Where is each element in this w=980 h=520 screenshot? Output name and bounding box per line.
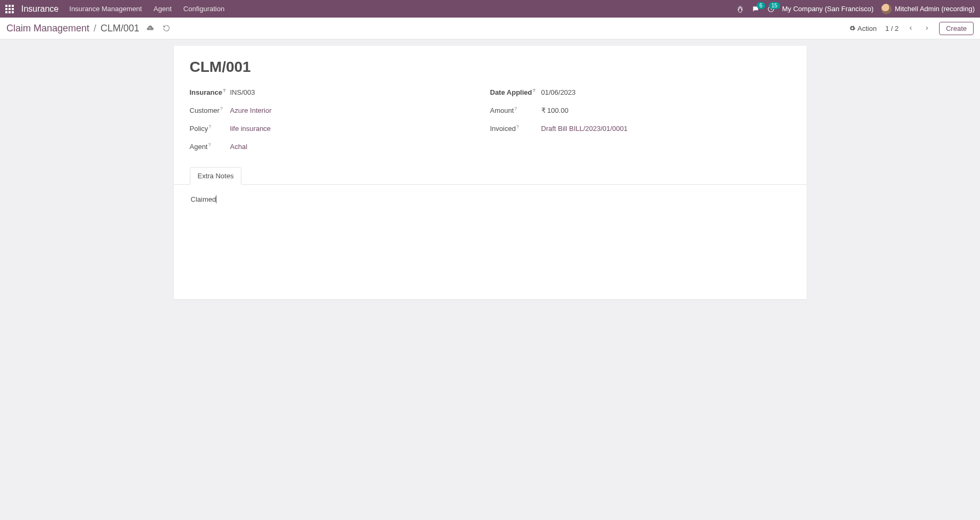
value-customer[interactable]: Azure Interior bbox=[230, 106, 272, 114]
value-insurance[interactable]: INS/003 bbox=[230, 88, 255, 96]
messages-icon[interactable]: 6 bbox=[751, 5, 760, 13]
label-agent: Agent? bbox=[190, 142, 230, 151]
label-insurance: Insurance? bbox=[190, 88, 230, 96]
fields-right: Date Applied? 01/06/2023 Amount? ₹ 100.0… bbox=[490, 85, 791, 158]
nav-item-agent[interactable]: Agent bbox=[154, 5, 172, 13]
value-policy[interactable]: life insurance bbox=[230, 125, 271, 133]
label-invoiced: Invoiced? bbox=[490, 124, 541, 133]
notes-text: Claimed bbox=[191, 195, 217, 203]
discard-icon[interactable] bbox=[161, 24, 172, 32]
nav-item-insurance-management[interactable]: Insurance Management bbox=[69, 5, 142, 13]
activities-icon[interactable]: 15 bbox=[767, 5, 775, 13]
tab-extra-notes[interactable]: Extra Notes bbox=[190, 167, 242, 185]
nav-item-configuration[interactable]: Configuration bbox=[183, 5, 224, 13]
create-button[interactable]: Create bbox=[939, 22, 974, 35]
company-switcher[interactable]: My Company (San Francisco) bbox=[782, 5, 874, 13]
activities-badge: 15 bbox=[769, 2, 780, 9]
app-brand[interactable]: Insurance bbox=[21, 4, 58, 14]
fields-left: Insurance? INS/003 Customer? Azure Inter… bbox=[190, 85, 490, 158]
breadcrumb: Claim Management / CLM/001 bbox=[6, 23, 172, 34]
user-menu[interactable]: Mitchell Admin (recording) bbox=[881, 4, 975, 14]
gear-icon bbox=[849, 25, 856, 31]
nav-menu: Insurance Management Agent Configuration bbox=[69, 5, 224, 13]
top-navbar: Insurance Insurance Management Agent Con… bbox=[0, 0, 980, 18]
pager[interactable]: 1 / 2 bbox=[885, 24, 899, 32]
value-agent[interactable]: Achal bbox=[230, 143, 248, 151]
value-amount[interactable]: ₹ 100.00 bbox=[541, 106, 568, 114]
value-invoiced[interactable]: Draft Bill BILL/2023/01/0001 bbox=[541, 125, 628, 133]
form-sheet: CLM/001 Insurance? INS/003 Customer? Azu… bbox=[174, 46, 807, 299]
breadcrumb-sep: / bbox=[94, 23, 96, 34]
pager-next-icon[interactable] bbox=[923, 24, 931, 32]
action-menu-button[interactable]: Action bbox=[849, 24, 877, 32]
breadcrumb-root[interactable]: Claim Management bbox=[6, 23, 89, 34]
notebook: Extra Notes Claimed bbox=[190, 167, 791, 299]
apps-icon[interactable] bbox=[5, 5, 14, 13]
tab-extra-notes-body[interactable]: Claimed bbox=[190, 185, 791, 299]
breadcrumb-current: CLM/001 bbox=[100, 23, 139, 34]
label-amount: Amount? bbox=[490, 106, 541, 114]
debug-icon[interactable] bbox=[736, 5, 744, 13]
control-panel: Claim Management / CLM/001 Action 1 / 2 … bbox=[0, 18, 980, 39]
avatar bbox=[881, 4, 892, 14]
action-label: Action bbox=[858, 24, 877, 32]
label-date-applied: Date Applied? bbox=[490, 88, 541, 96]
messages-badge: 6 bbox=[757, 2, 765, 9]
label-customer: Customer? bbox=[190, 106, 230, 114]
label-policy: Policy? bbox=[190, 124, 230, 133]
value-date-applied[interactable]: 01/06/2023 bbox=[541, 88, 576, 96]
cloud-save-icon[interactable] bbox=[144, 24, 156, 32]
content-area: CLM/001 Insurance? INS/003 Customer? Azu… bbox=[0, 39, 980, 306]
user-name: Mitchell Admin (recording) bbox=[895, 5, 975, 13]
pager-prev-icon[interactable] bbox=[907, 24, 915, 32]
record-title: CLM/001 bbox=[190, 59, 791, 76]
